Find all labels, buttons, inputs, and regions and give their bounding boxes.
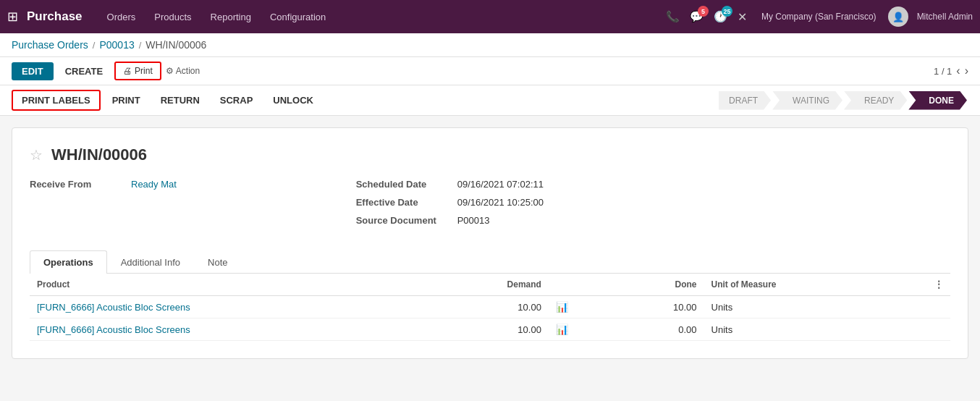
tabs: Operations Additional Info Note bbox=[30, 250, 950, 274]
col-done: Done bbox=[613, 274, 704, 296]
cell-demand: 10.00 bbox=[431, 296, 548, 318]
col-product: Product bbox=[30, 274, 431, 296]
close-icon[interactable]: ✕ bbox=[738, 10, 747, 24]
secondary-bar: PRINT LABELS PRINT RETURN SCRAP UNLOCK D… bbox=[0, 85, 980, 116]
tab-additional-info[interactable]: Additional Info bbox=[107, 250, 194, 274]
top-navigation: ⊞ Purchase Orders Products Reporting Con… bbox=[0, 0, 980, 33]
grid-icon[interactable]: ⊞ bbox=[7, 9, 18, 25]
chat-badge: 5 bbox=[698, 6, 709, 17]
source-document-row: Source Document P00013 bbox=[356, 215, 950, 226]
breadcrumb-p00013[interactable]: P00013 bbox=[99, 39, 134, 51]
col-unit: Unit of Measure bbox=[704, 274, 895, 296]
scheduled-date-label: Scheduled Date bbox=[356, 179, 457, 190]
print-label: Print bbox=[135, 66, 153, 76]
cell-done: 0.00 bbox=[613, 318, 704, 341]
action-bar: EDIT CREATE 🖨 Print ⚙ Action 1 / 1 ‹ › bbox=[0, 57, 980, 85]
effective-date-row: Effective Date 09/16/2021 10:25:00 bbox=[356, 197, 950, 208]
breadcrumb-purchase-orders[interactable]: Purchase Orders bbox=[12, 39, 88, 51]
tab-operations[interactable]: Operations bbox=[30, 250, 107, 274]
cell-product[interactable]: [FURN_6666] Acoustic Bloc Screens bbox=[30, 318, 431, 341]
pagination-count: 1 / 1 bbox=[934, 66, 952, 77]
nav-reporting[interactable]: Reporting bbox=[203, 9, 258, 25]
document-header: ☆ WH/IN/00006 bbox=[30, 145, 950, 164]
edit-button[interactable]: EDIT bbox=[12, 62, 54, 80]
breadcrumb-current: WH/IN/00006 bbox=[145, 39, 206, 51]
operations-table: Product Demand Done Unit of Measure ⋮ [F… bbox=[30, 274, 950, 341]
cell-unit: Units bbox=[704, 296, 895, 318]
cell-unit: Units bbox=[704, 318, 895, 341]
col-demand: Demand bbox=[431, 274, 548, 296]
effective-date-label: Effective Date bbox=[356, 197, 457, 208]
document-title: WH/IN/00006 bbox=[51, 145, 147, 164]
nav-configuration[interactable]: Configuration bbox=[263, 9, 333, 25]
table-row: [FURN_6666] Acoustic Bloc Screens 10.00 … bbox=[30, 318, 950, 341]
main-content: ☆ WH/IN/00006 Receive From Ready Mat Sch… bbox=[0, 116, 980, 371]
status-draft: DRAFT bbox=[719, 91, 771, 110]
return-button[interactable]: RETURN bbox=[152, 91, 208, 109]
favorite-star-icon[interactable]: ☆ bbox=[30, 146, 43, 164]
breadcrumb-sep-1: / bbox=[93, 40, 96, 51]
create-button[interactable]: CREATE bbox=[58, 62, 110, 80]
receive-from-value[interactable]: Ready Mat bbox=[131, 179, 177, 190]
status-waiting: WAITING bbox=[772, 91, 842, 110]
pagination: 1 / 1 ‹ › bbox=[934, 64, 968, 77]
breadcrumb: Purchase Orders / P00013 / WH/IN/00006 bbox=[0, 33, 980, 57]
document-card: ☆ WH/IN/00006 Receive From Ready Mat Sch… bbox=[12, 127, 968, 359]
status-pipeline: DRAFT WAITING READY DONE bbox=[719, 91, 968, 110]
breadcrumb-sep-2: / bbox=[139, 40, 142, 51]
printer-icon: 🖨 bbox=[123, 66, 132, 76]
chat-icon[interactable]: 💬5 bbox=[690, 10, 704, 23]
company-name: My Company (San Francisco) bbox=[761, 12, 876, 22]
user-name: Mitchell Admin bbox=[917, 12, 973, 22]
cell-menu[interactable] bbox=[895, 318, 950, 341]
nav-products[interactable]: Products bbox=[147, 9, 198, 25]
cell-product[interactable]: [FURN_6666] Acoustic Bloc Screens bbox=[30, 296, 431, 318]
table-row: [FURN_6666] Acoustic Bloc Screens 10.00 … bbox=[30, 296, 950, 318]
receive-from-row: Receive From Ready Mat bbox=[30, 179, 327, 190]
unlock-button[interactable]: UNLOCK bbox=[264, 91, 322, 109]
phone-icon[interactable]: 📞 bbox=[666, 10, 680, 23]
scheduled-date-value: 09/16/2021 07:02:11 bbox=[457, 179, 544, 190]
gear-icon: ⚙ bbox=[166, 66, 174, 76]
tab-note[interactable]: Note bbox=[194, 250, 241, 274]
status-ready: READY bbox=[844, 91, 907, 110]
action-label: Action bbox=[176, 66, 200, 76]
receive-from-label: Receive From bbox=[30, 179, 131, 190]
status-done: DONE bbox=[908, 91, 967, 110]
fields-section: Receive From Ready Mat Scheduled Date 09… bbox=[30, 179, 950, 233]
col-chart bbox=[549, 274, 613, 296]
action-button[interactable]: ⚙ Action bbox=[166, 66, 200, 76]
app-name: Purchase bbox=[27, 9, 83, 24]
activity-icon[interactable]: 🕐25 bbox=[714, 10, 727, 23]
print-secondary-button[interactable]: PRINT bbox=[104, 91, 149, 109]
prev-button[interactable]: ‹ bbox=[956, 64, 960, 77]
source-document-label: Source Document bbox=[356, 215, 457, 226]
print-button[interactable]: 🖨 Print bbox=[114, 62, 161, 80]
print-labels-button[interactable]: PRINT LABELS bbox=[12, 90, 101, 111]
next-button[interactable]: › bbox=[965, 64, 968, 77]
cell-chart-icon[interactable]: 📊 bbox=[549, 318, 613, 341]
source-document-value: P00013 bbox=[457, 215, 490, 226]
nav-orders[interactable]: Orders bbox=[100, 9, 143, 25]
cell-chart-icon[interactable]: 📊 bbox=[549, 296, 613, 318]
field-right: Scheduled Date 09/16/2021 07:02:11 Effec… bbox=[356, 179, 950, 233]
scrap-button[interactable]: SCRAP bbox=[211, 91, 262, 109]
cell-done: 10.00 bbox=[613, 296, 704, 318]
effective-date-value: 09/16/2021 10:25:00 bbox=[457, 197, 544, 208]
avatar: 👤 bbox=[888, 7, 908, 27]
cell-menu[interactable] bbox=[895, 296, 950, 318]
cell-demand: 10.00 bbox=[431, 318, 548, 341]
activity-badge: 25 bbox=[722, 6, 732, 17]
table-header-row: Product Demand Done Unit of Measure ⋮ bbox=[30, 274, 950, 296]
field-left: Receive From Ready Mat bbox=[30, 179, 327, 233]
scheduled-date-row: Scheduled Date 09/16/2021 07:02:11 bbox=[356, 179, 950, 190]
col-menu-header: ⋮ bbox=[895, 274, 950, 296]
